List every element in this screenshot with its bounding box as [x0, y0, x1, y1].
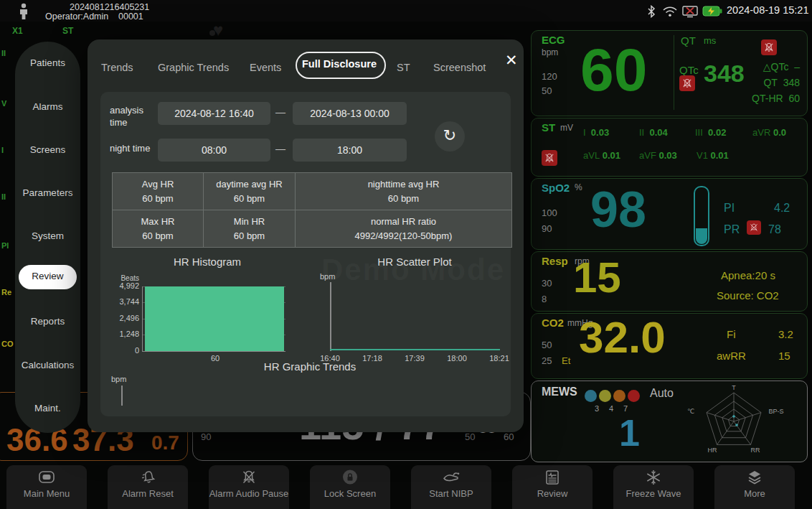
- table-cell: Avg HR60 bpm: [113, 173, 203, 210]
- cell-name: Avg HR: [142, 179, 174, 190]
- review-button[interactable]: Review: [512, 465, 593, 509]
- scatter-xtick: 18:21: [485, 354, 514, 363]
- hr-graphic-trends-title: HR Graphic Trends: [245, 360, 374, 373]
- sidebar-item-maint[interactable]: Maint.: [15, 403, 80, 417]
- close-icon[interactable]: ✕: [505, 52, 518, 69]
- range-dash-1: —: [275, 106, 285, 118]
- ecg-tile[interactable]: ECG bpm 120 50 60 QT ms QTc 348 △QTc – Q…: [531, 30, 808, 116]
- tab-st[interactable]: ST: [397, 62, 410, 73]
- qthr-value: 60: [788, 93, 800, 104]
- et-label: Et: [562, 355, 570, 366]
- wave-label-4: II: [1, 192, 14, 201]
- sidebar-item-patients[interactable]: Patients: [15, 57, 80, 72]
- sidebar-item-review[interactable]: Review: [19, 271, 77, 285]
- cell-name: Min HR: [234, 216, 265, 227]
- perfusion-bar: [694, 186, 709, 246]
- st-lead-3-value: 0.02: [708, 127, 726, 138]
- more-button[interactable]: More: [714, 465, 795, 509]
- cell-value: 60 bpm: [142, 230, 173, 241]
- st-lead-1-name: I: [583, 127, 586, 138]
- alarm-audio-pause-button[interactable]: Alarm Audio Pause: [209, 465, 289, 509]
- delta-qtc-label: △QTc: [763, 61, 789, 73]
- resp-tile[interactable]: Resp rpm 30 8 15 Apnea:20 s Source: CO2: [531, 251, 808, 312]
- ytick: 1,248: [108, 330, 139, 338]
- st-lead-4-name: aVR: [752, 127, 770, 138]
- tab-events[interactable]: Events: [250, 62, 281, 73]
- sidebar-item-alarms[interactable]: Alarms: [15, 101, 80, 116]
- spo2-label: SpO2: [542, 182, 570, 194]
- st-alarm-off-icon: [542, 150, 557, 166]
- st-lead-4-value: 0.0: [773, 127, 786, 138]
- radar-axis-t: T: [732, 384, 736, 391]
- ytick: 3,744: [108, 297, 139, 306]
- mews-score: 1: [619, 414, 640, 452]
- battery-charging-icon: [702, 6, 722, 17]
- st-lead-6-name: aVF: [639, 150, 656, 161]
- qt-unit: ms: [704, 35, 716, 46]
- more-icon: [745, 469, 764, 486]
- st-lead-1-value: 0.03: [591, 127, 609, 138]
- delta-qtc-value: –: [794, 61, 800, 73]
- display-disconnected-icon: [681, 5, 699, 18]
- cell-name: daytime avg HR: [216, 179, 282, 190]
- bluetooth-icon: [646, 5, 656, 18]
- sidebar-item-screens[interactable]: Screens: [15, 144, 80, 159]
- night-time-to-field[interactable]: 18:00: [293, 139, 407, 162]
- mews-tile[interactable]: MEWS 3 4 7 Auto 1 T BP-S RR HR ℃: [531, 380, 808, 462]
- qthr-label: QT-HR: [752, 93, 783, 104]
- ecg-unit: bpm: [542, 47, 558, 57]
- temp-delta: 0.7: [151, 433, 179, 453]
- sidebar-item-parameters[interactable]: Parameters: [15, 187, 80, 202]
- tab-graphic-trends[interactable]: Graphic Trends: [158, 62, 229, 73]
- toolbar-label: Main Menu: [24, 488, 70, 499]
- spo2-unit: %: [575, 182, 582, 192]
- sidebar-item-reports[interactable]: Reports: [15, 316, 80, 330]
- cell-value: 60 bpm: [388, 193, 419, 204]
- resp-limit-low: 8: [542, 294, 547, 304]
- tab-trends[interactable]: Trends: [101, 62, 133, 73]
- pi-value: 4.2: [774, 202, 790, 215]
- patient-icon[interactable]: [18, 3, 29, 20]
- st-label: ST: [542, 121, 555, 134]
- main-menu-button[interactable]: Main Menu: [6, 465, 87, 509]
- spo2-tile[interactable]: SpO2 % 100 90 98 PI 4.2 PR 78: [531, 178, 808, 250]
- st-lead-2-value: 0.04: [649, 127, 667, 138]
- hist-bar: [145, 286, 284, 351]
- freeze-wave-button[interactable]: Freeze Wave: [613, 465, 694, 509]
- tab-full-disclosure[interactable]: Full Disclosure: [296, 58, 383, 70]
- ecg-divider: [674, 35, 674, 110]
- bed-id: 00001: [118, 11, 143, 22]
- awrr-value: 15: [778, 350, 790, 362]
- co2-tile[interactable]: CO2 mmHg 50 25 Et 32.0 Fi 3.2 awRR 15: [531, 313, 808, 379]
- hr-scatter-title: HR Scatter Plot: [350, 256, 479, 268]
- clock: 2024-08-19 15:21: [727, 4, 809, 16]
- analysis-time-from-field[interactable]: 2024-08-12 16:40: [158, 102, 270, 125]
- lock-screen-button[interactable]: Lock Screen: [310, 465, 390, 509]
- radar-axis-hr: HR: [708, 447, 717, 454]
- co2-limit-low: 25: [542, 355, 552, 366]
- table-cell: Min HR60 bpm: [204, 210, 295, 247]
- mews-dot-4: [628, 390, 640, 402]
- radar-axis-temp: ℃: [687, 408, 694, 415]
- table-cell: nighttime avg HR60 bpm: [296, 173, 511, 210]
- analysis-time-to-field[interactable]: 2024-08-13 00:00: [293, 102, 407, 125]
- refresh-button[interactable]: ↻: [435, 121, 465, 151]
- night-time-from-field[interactable]: 08:00: [158, 139, 270, 162]
- fi-label: Fi: [727, 328, 736, 340]
- resp-limit-high: 30: [542, 278, 552, 289]
- scatter-hr-line: [330, 349, 500, 350]
- hr-graphic-trends-ylabel: bpm: [111, 375, 126, 383]
- sidebar-item-calculations[interactable]: Calculations: [15, 360, 80, 374]
- st-leads-row-2: aVL 0.01 aVF 0.03 V1 0.01: [583, 150, 803, 161]
- sidebar-item-system[interactable]: System: [15, 230, 80, 245]
- alarm-reset-button[interactable]: Alarm Reset: [108, 465, 188, 509]
- hr-summary-table: Avg HR60 bpm daytime avg HR60 bpm nightt…: [112, 172, 512, 248]
- ecg-limit-low: 50: [542, 85, 552, 96]
- start-nibp-button[interactable]: Start NIBP: [411, 465, 491, 509]
- mews-radar-chart: T BP-S RR HR ℃: [681, 383, 802, 459]
- st-tile[interactable]: ST mV ​I 0.03 II 0.04 III 0.02 aVR 0.0 a…: [531, 118, 808, 177]
- tab-screenshot[interactable]: Screenshot: [433, 62, 486, 73]
- mews-dot-3: [613, 390, 625, 402]
- wave-label-3: I: [1, 146, 14, 154]
- mews-threshold-2: 4: [609, 404, 613, 413]
